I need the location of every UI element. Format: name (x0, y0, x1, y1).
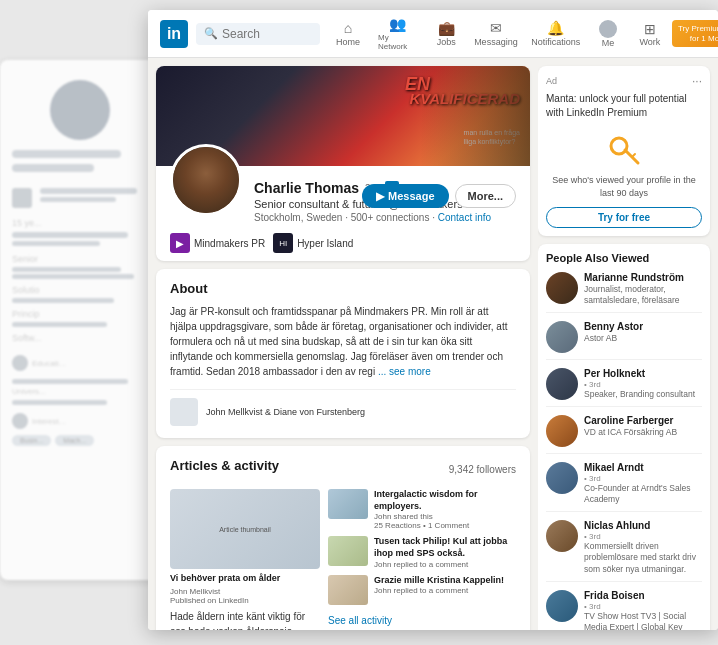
person-avatar (546, 272, 578, 304)
notifications-icon: 🔔 (547, 20, 564, 36)
person-name: Per Holknekt (584, 368, 702, 380)
person-title: Journalist, moderator, samtalsledare, fö… (584, 284, 702, 306)
person-info: Per Holknekt• 3rdSpeaker, Branding consu… (584, 368, 702, 400)
more-button[interactable]: More... (455, 184, 516, 208)
person-avatar (546, 520, 578, 552)
ad-title: Manta: unlock your full potential with L… (546, 92, 702, 120)
person-info: Marianne RundströmJournalist, moderator,… (584, 272, 702, 306)
nav-item-jobs[interactable]: 💼 Jobs (426, 16, 466, 51)
people-list: Marianne RundströmJournalist, moderator,… (546, 272, 702, 630)
message-button[interactable]: ▶ Message (362, 184, 448, 208)
articles-title: Articles & activity (170, 458, 279, 473)
person-item[interactable]: Caroline FarbergerVD at ICA Försäkring A… (546, 415, 702, 454)
contact-info-link[interactable]: Contact info (438, 212, 491, 223)
articles-section: Articles & activity 9,342 followers Arti… (156, 446, 530, 630)
nav-item-notifications[interactable]: 🔔 Notifications (526, 16, 586, 51)
search-icon: 🔍 (204, 27, 218, 40)
linkedin-logo: in (160, 20, 188, 48)
exp-tag-mindmakers[interactable]: ▶ Mindmakers PR (170, 233, 265, 253)
ad-header: Ad ··· (546, 74, 702, 88)
jobs-icon: 💼 (438, 20, 455, 36)
home-icon: ⌂ (344, 20, 352, 36)
followers-text: 9,342 followers (449, 464, 516, 475)
background-card: 15 ye... Senior Solutio Princip Softw...… (0, 60, 160, 580)
exp-tag-hyper-island[interactable]: HI Hyper Island (273, 233, 353, 253)
person-title: TV Show Host TV3 | Social Media Expert |… (584, 611, 702, 630)
ad-dots[interactable]: ··· (692, 74, 702, 88)
about-title: About (170, 281, 516, 296)
person-title: Co-Founder at Arndt's Sales Academy (584, 483, 702, 505)
search-bar[interactable]: 🔍 (196, 23, 320, 45)
try-premium-button[interactable]: Try Premium Freefor 1 Month (672, 20, 718, 47)
person-avatar (546, 321, 578, 353)
mindmakers-icon: ▶ (170, 233, 190, 253)
search-input[interactable] (222, 27, 312, 41)
person-name: Niclas Ahlund (584, 520, 702, 532)
bg-line (12, 164, 94, 172)
linkedin-window: in 🔍 ⌂ Home 👥 My Network 💼 Jobs ✉ Messag… (148, 10, 718, 630)
main-content: EN KVALIFICERAD man rulla en frågalliga … (148, 58, 718, 630)
nav-item-work[interactable]: ⊞ Work (630, 17, 670, 51)
message-icon: ▶ (376, 190, 384, 203)
person-avatar (546, 590, 578, 622)
side-article-1: Intergalactic wisdom for employers. John… (328, 489, 516, 530)
main-article: Article thumbnail Vi behöver prata om ål… (170, 489, 320, 630)
bg-line (12, 150, 121, 158)
mini-text-3: Grazie mille Kristina Kappelin! John rep… (374, 575, 516, 596)
profile-name: Charlie Thomas (254, 180, 359, 196)
cover-overlay (420, 66, 530, 166)
nav-item-network[interactable]: 👥 My Network (370, 12, 424, 55)
see-all-activity-link[interactable]: See all activity (328, 615, 516, 626)
person-item[interactable]: Benny AstorAstor AB (546, 321, 702, 360)
nav-items: ⌂ Home 👥 My Network 💼 Jobs ✉ Messaging 🔔… (328, 12, 718, 55)
mini-thumb-1 (328, 489, 368, 519)
person-item[interactable]: Per Holknekt• 3rdSpeaker, Branding consu… (546, 368, 702, 407)
person-info: Mikael Arndt• 3rdCo-Founder at Arndt's S… (584, 462, 702, 505)
people-also-viewed-card: People Also Viewed Marianne RundströmJou… (538, 244, 710, 630)
side-article-3: Grazie mille Kristina Kappelin! John rep… (328, 575, 516, 605)
grid-icon: ⊞ (644, 21, 656, 37)
person-item[interactable]: Niclas Ahlund• 3rdKommersiellt driven pr… (546, 520, 702, 581)
nav-item-home[interactable]: ⌂ Home (328, 16, 368, 51)
mutual-thumb (170, 398, 198, 426)
person-info: Benny AstorAstor AB (584, 321, 702, 344)
article-text: Hade åldern inte känt viktig för oss had… (170, 609, 320, 630)
person-name: Frida Boisen (584, 590, 702, 602)
person-avatar (546, 462, 578, 494)
person-item[interactable]: Marianne RundströmJournalist, moderator,… (546, 272, 702, 313)
nav-item-messaging[interactable]: ✉ Messaging (468, 16, 523, 51)
try-free-button[interactable]: Try for free (546, 207, 702, 228)
articles-grid: Article thumbnail Vi behöver prata om ål… (170, 489, 516, 630)
top-nav: in 🔍 ⌂ Home 👥 My Network 💼 Jobs ✉ Messag… (148, 10, 718, 58)
mini-thumb-3 (328, 575, 368, 605)
see-more-about[interactable]: ... see more (378, 366, 431, 377)
right-sidebar: Ad ··· Manta: unlock your full potential… (538, 58, 718, 630)
article-author: John Mellkvist Published on LinkedIn (170, 587, 320, 605)
mini-text-1: Intergalactic wisdom for employers. John… (374, 489, 516, 530)
mutual-connections: John Mellkvist & Diane von Furstenberg (170, 389, 516, 426)
person-avatar (546, 368, 578, 400)
nav-item-me[interactable]: Me (588, 16, 628, 52)
people-also-title: People Also Viewed (546, 252, 702, 264)
svg-line-2 (632, 154, 635, 157)
person-item[interactable]: Frida Boisen• 3rdTV Show Host TV3 | Soci… (546, 590, 702, 630)
person-info: Niclas Ahlund• 3rdKommersiellt driven pr… (584, 520, 702, 574)
person-degree: • 3rd (584, 380, 702, 389)
profile-info-row: Charlie Thomas 3rd in Senior consultant … (156, 166, 530, 233)
bg-avatar (50, 80, 110, 140)
person-degree: • 3rd (584, 474, 702, 483)
person-avatar (546, 415, 578, 447)
articles-header: Articles & activity 9,342 followers (170, 458, 516, 481)
key-icon (604, 128, 644, 168)
person-name: Caroline Farberger (584, 415, 702, 427)
profile-location: Stockholm, Sweden · 500+ connections · C… (254, 212, 516, 223)
person-title: VD at ICA Försäkring AB (584, 427, 702, 438)
hyper-island-icon: HI (273, 233, 293, 253)
person-info: Caroline FarbergerVD at ICA Försäkring A… (584, 415, 702, 438)
mini-text-2: Tusen tack Philip! Kul att jobba ihop me… (374, 536, 516, 568)
person-title: Speaker, Branding consultant (584, 389, 702, 400)
ad-body: See who's viewed your profile in the las… (546, 174, 702, 199)
ad-card: Ad ··· Manta: unlock your full potential… (538, 66, 710, 236)
person-name: Marianne Rundström (584, 272, 702, 284)
person-item[interactable]: Mikael Arndt• 3rdCo-Founder at Arndt's S… (546, 462, 702, 512)
